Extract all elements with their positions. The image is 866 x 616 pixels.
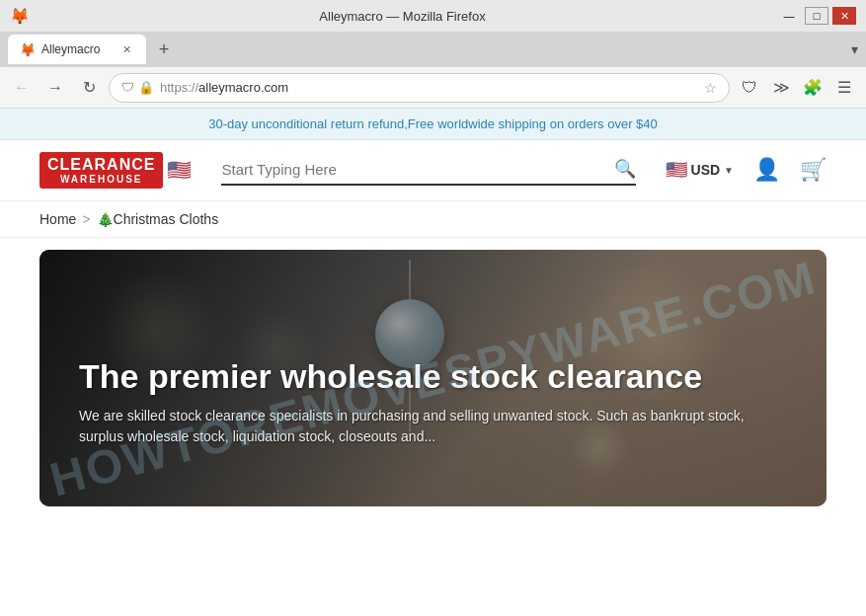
breadcrumb-current-page: 🎄Christmas Cloths	[97, 211, 219, 227]
logo-clearance-text: CLEARANCE	[47, 156, 155, 174]
nav-right-controls: 🛡 ≫ 🧩 ☰	[736, 74, 858, 102]
window-title: Alleymacro — Mozilla Firefox	[28, 9, 777, 24]
site-logo[interactable]: CLEARANCE WAREHOUSE 🇺🇸	[39, 152, 192, 189]
minimize-button[interactable]: —	[777, 7, 801, 25]
new-tab-button[interactable]: +	[150, 36, 178, 63]
bookmark-icon[interactable]: ☆	[704, 80, 717, 96]
logo-box: CLEARANCE WAREHOUSE	[39, 152, 163, 189]
logo-flag-icon: 🇺🇸	[167, 158, 192, 182]
tab-close-button[interactable]: ✕	[118, 41, 134, 57]
hero-section: The premier wholesale stock clearance We…	[39, 250, 827, 506]
forward-button[interactable]: →	[41, 74, 69, 102]
logo-warehouse-text: WAREHOUSE	[60, 174, 143, 185]
user-account-icon[interactable]: 👤	[753, 157, 780, 183]
search-icon[interactable]: 🔍	[614, 158, 636, 180]
shield-icon: 🛡	[121, 80, 134, 95]
hero-subtitle: We are skilled stock clearance specialis…	[79, 406, 787, 447]
back-button[interactable]: ←	[8, 74, 36, 102]
promo-banner: 30-day unconditional return refund,Free …	[0, 109, 866, 140]
url-text: https://alleymacro.com	[160, 80, 698, 95]
menu-button[interactable]: ☰	[830, 74, 858, 102]
currency-dropdown-icon: ▼	[724, 165, 734, 176]
hero-title: The premier wholesale stock clearance	[79, 357, 787, 396]
header-right: 🇺🇸 USD ▼ 👤 🛒	[666, 157, 827, 183]
currency-selector[interactable]: 🇺🇸 USD ▼	[666, 159, 734, 181]
browser-chrome: 🦊 Alleymacro — Mozilla Firefox — □ ✕ 🦊 A…	[0, 0, 866, 109]
tab-list-button[interactable]: ▾	[851, 41, 858, 57]
refresh-button[interactable]: ↻	[75, 74, 103, 102]
cart-icon[interactable]: 🛒	[800, 157, 827, 183]
tab-bar-right: ▾	[851, 40, 858, 58]
search-input[interactable]	[221, 155, 613, 184]
site-header: CLEARANCE WAREHOUSE 🇺🇸 🔍 🇺🇸 USD ▼ 👤 🛒	[0, 140, 866, 201]
breadcrumb-separator: >	[82, 211, 90, 227]
firefox-icon: 🦊	[10, 7, 28, 25]
currency-text: USD	[691, 162, 721, 178]
address-bar[interactable]: 🛡 🔒 https://alleymacro.com ☆	[109, 73, 730, 103]
promo-text: 30-day unconditional return refund,Free …	[208, 116, 658, 131]
shield-vpn-button[interactable]: 🛡	[736, 74, 763, 102]
breadcrumb-home-link[interactable]: Home	[39, 211, 76, 227]
title-bar: 🦊 Alleymacro — Mozilla Firefox — □ ✕	[0, 0, 866, 32]
window-controls: — □ ✕	[777, 7, 856, 25]
active-tab[interactable]: 🦊 Alleymacro ✕	[8, 35, 146, 64]
nav-bar: ← → ↻ 🛡 🔒 https://alleymacro.com ☆ 🛡 ≫ 🧩…	[0, 67, 866, 109]
close-button[interactable]: ✕	[832, 7, 856, 25]
maximize-button[interactable]: □	[805, 7, 828, 25]
tab-bar: 🦊 Alleymacro ✕ + ▾	[0, 32, 866, 67]
hero-text-container: The premier wholesale stock clearance We…	[79, 357, 787, 447]
extensions-puzzle-button[interactable]: 🧩	[799, 74, 827, 102]
security-indicators: 🛡 🔒	[121, 80, 154, 95]
breadcrumb: Home > 🎄Christmas Cloths	[0, 201, 866, 238]
url-domain: alleymacro.com	[198, 80, 288, 95]
tab-favicon: 🦊	[20, 42, 36, 57]
title-bar-left: 🦊	[10, 7, 28, 25]
extensions-button[interactable]: ≫	[767, 74, 795, 102]
search-bar[interactable]: 🔍	[221, 155, 635, 186]
currency-flag-icon: 🇺🇸	[666, 159, 687, 181]
tab-title: Alleymacro	[41, 42, 113, 56]
page-content: 30-day unconditional return refund,Free …	[0, 109, 866, 518]
url-https: https://	[160, 80, 198, 95]
lock-icon: 🔒	[138, 80, 154, 95]
